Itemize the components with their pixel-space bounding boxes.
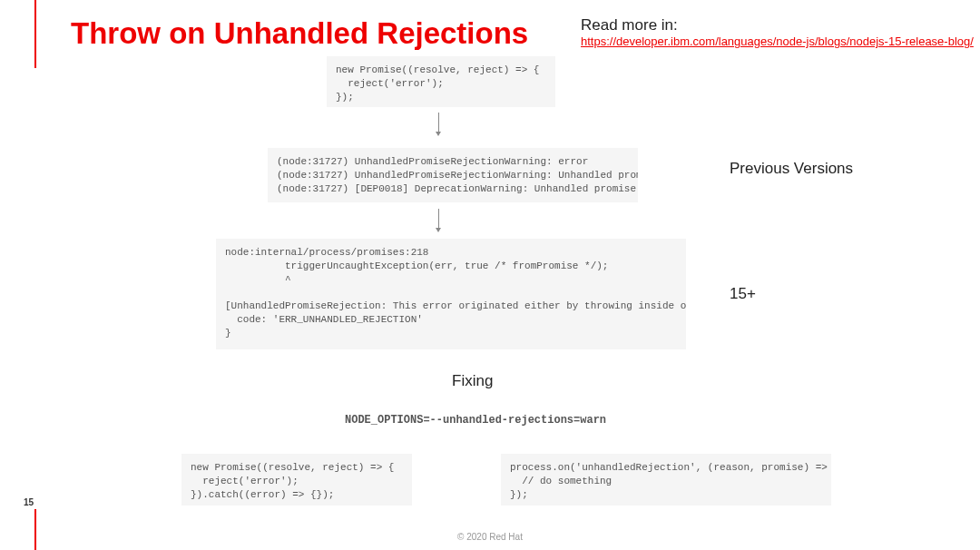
code-node-options: NODE_OPTIONS=--unhandled-rejections=warn	[345, 414, 606, 427]
read-more-label: Read more in:	[581, 16, 678, 34]
code-snippet-promise-reject: new Promise((resolve, reject) => { rejec…	[327, 56, 555, 107]
read-more-link[interactable]: https://developer.ibm.com/languages/node…	[581, 34, 974, 48]
copyright: © 2020 Red Hat	[0, 532, 980, 542]
code-snippet-process-on-fix: process.on('unhandledRejection', (reason…	[501, 454, 831, 506]
code-snippet-throw-output: node:internal/process/promises:218 trigg…	[216, 239, 686, 349]
arrow-down-icon	[438, 209, 439, 229]
accent-bar-top	[34, 0, 36, 68]
page-number: 15	[24, 497, 34, 507]
code-snippet-warning-output: (node:31727) UnhandledPromiseRejectionWa…	[268, 148, 638, 202]
accent-bar-bottom	[34, 509, 36, 550]
slide-title: Throw on Unhandled Rejections	[71, 16, 528, 51]
arrow-down-icon	[438, 113, 439, 133]
label-fixing: Fixing	[452, 372, 493, 390]
label-version-15: 15+	[730, 285, 756, 303]
label-previous-versions: Previous Versions	[730, 160, 853, 178]
code-snippet-catch-fix: new Promise((resolve, reject) => { rejec…	[181, 454, 412, 506]
